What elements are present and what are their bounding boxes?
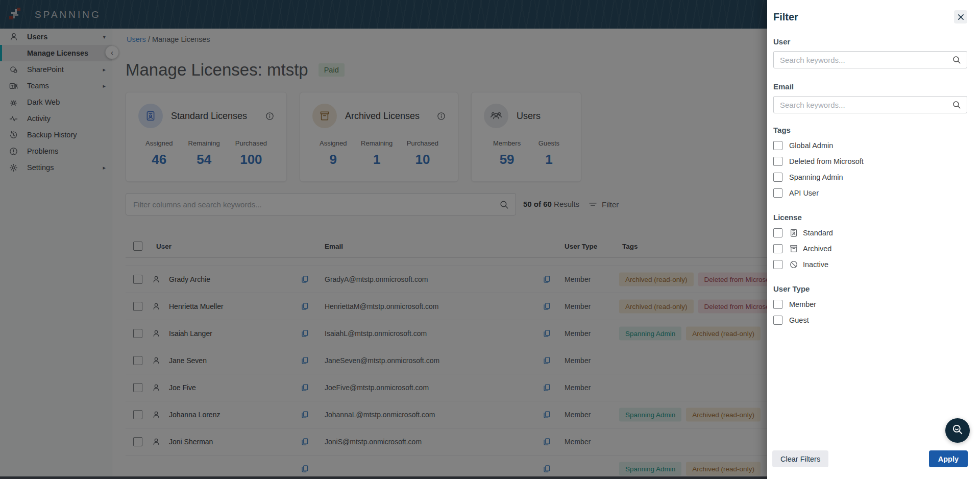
filter-option-label: Inactive <box>803 260 828 269</box>
close-icon[interactable] <box>954 10 967 23</box>
checkbox[interactable] <box>773 300 782 309</box>
checkbox[interactable] <box>773 173 782 182</box>
checkbox[interactable] <box>773 228 782 237</box>
filter-user-search-input[interactable] <box>773 51 967 68</box>
filter-option[interactable]: API User <box>773 185 967 201</box>
inactive-icon <box>789 260 798 269</box>
search-help-widget-button[interactable] <box>945 418 970 443</box>
filter-user-label: User <box>773 37 967 46</box>
checkbox[interactable] <box>773 188 782 198</box>
archive-icon <box>789 244 798 253</box>
checkbox[interactable] <box>773 316 782 325</box>
filter-option[interactable]: Archived <box>773 241 967 256</box>
filter-option[interactable]: Guest <box>773 312 967 328</box>
clear-filters-button[interactable]: Clear Filters <box>772 450 828 467</box>
filter-option-label: Global Admin <box>789 141 833 150</box>
checkbox[interactable] <box>773 260 782 269</box>
modal-dim-overlay[interactable] <box>0 0 767 479</box>
search-icon <box>952 55 961 66</box>
filter-email-label: Email <box>773 82 967 91</box>
filter-panel-title: Filter <box>773 11 798 23</box>
checkbox[interactable] <box>773 141 782 150</box>
filter-section-title: License <box>773 213 967 222</box>
filter-email-search-input[interactable] <box>773 96 967 113</box>
filter-section: User TypeMemberGuest <box>773 284 967 328</box>
filter-option-label: Archived <box>803 245 831 253</box>
filter-option[interactable]: Member <box>773 296 967 312</box>
filter-section-title: User Type <box>773 284 967 293</box>
filter-option[interactable]: Inactive <box>773 256 967 272</box>
search-icon <box>952 100 961 111</box>
app-screen: SPANNING Users ▾ Manage Licenses SharePo… <box>0 0 980 479</box>
filter-sections: TagsGlobal AdminDeleted from MicrosoftSp… <box>773 126 967 328</box>
filter-option-label: Member <box>789 300 816 308</box>
filter-panel: Filter User Email TagsGlobal <box>767 0 980 479</box>
filter-option[interactable]: Global Admin <box>773 137 967 153</box>
filter-option-label: Spanning Admin <box>789 173 843 181</box>
idcard-icon <box>789 228 798 237</box>
checkbox[interactable] <box>773 157 782 166</box>
filter-option-label: Deleted from Microsoft <box>789 157 864 165</box>
filter-option-label: Standard <box>803 229 833 237</box>
apply-button[interactable]: Apply <box>929 450 968 467</box>
magnifier-smile-icon <box>951 423 964 438</box>
filter-option[interactable]: Standard <box>773 225 967 241</box>
filter-section: TagsGlobal AdminDeleted from MicrosoftSp… <box>773 126 967 201</box>
filter-option-label: Guest <box>789 316 809 324</box>
filter-option[interactable]: Deleted from Microsoft <box>773 153 967 169</box>
filter-section: LicenseStandardArchivedInactive <box>773 213 967 272</box>
filter-option[interactable]: Spanning Admin <box>773 169 967 185</box>
checkbox[interactable] <box>773 244 782 253</box>
filter-section-title: Tags <box>773 126 967 134</box>
filter-option-label: API User <box>789 189 819 197</box>
